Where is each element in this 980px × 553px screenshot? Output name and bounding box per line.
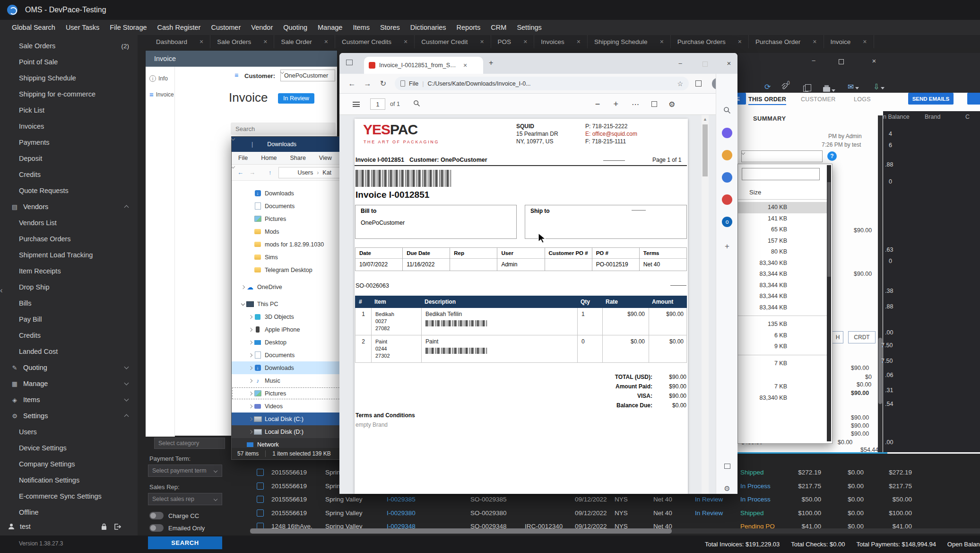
list-item[interactable]: 83,344 KB: [738, 302, 827, 314]
tab-close-icon[interactable]: [813, 38, 816, 45]
zoom-out-icon[interactable]: −: [595, 99, 600, 109]
tree-chevron-icon[interactable]: [248, 255, 253, 260]
attachment-icon[interactable]: [781, 83, 788, 92]
menu-item[interactable]: Stores: [375, 20, 405, 35]
send-emails-button[interactable]: SEND EMAILS: [908, 93, 954, 105]
app-tab[interactable]: Customer Credit: [415, 35, 491, 48]
search-icon[interactable]: [722, 105, 732, 115]
tree-chevron-icon[interactable]: [248, 229, 253, 234]
app-tab[interactable]: Invoices: [534, 35, 588, 48]
list-item[interactable]: 7 KB: [738, 381, 827, 393]
chevron-down-icon[interactable]: [259, 171, 263, 175]
list-item[interactable]: 9 KB: [738, 341, 827, 352]
menu-item[interactable]: Settings: [512, 20, 546, 35]
tree-chevron-icon[interactable]: [248, 340, 253, 345]
zoom-in-icon[interactable]: +: [613, 99, 618, 109]
size-column-header[interactable]: Size: [749, 189, 761, 196]
close-icon[interactable]: [869, 57, 879, 65]
games-icon[interactable]: [722, 194, 732, 205]
sidebar-item[interactable]: Pay Bill: [0, 311, 138, 327]
tree-chevron-icon[interactable]: [248, 404, 253, 409]
tab-actions-icon[interactable]: [346, 60, 353, 65]
attachment-search-input[interactable]: [742, 168, 820, 180]
charge-cc-toggle[interactable]: [149, 512, 164, 519]
panel-layout-icon[interactable]: [722, 461, 732, 471]
list-item[interactable]: 83,344 KB: [738, 280, 827, 291]
close-icon[interactable]: [724, 59, 734, 67]
sidebar-item[interactable]: Payments: [0, 134, 138, 150]
tab-close-icon[interactable]: [199, 38, 203, 45]
sidebar-item[interactable]: Settings: [0, 408, 138, 424]
maximize-icon[interactable]: [700, 61, 710, 68]
sidebar-item[interactable]: Users: [0, 424, 138, 440]
sidebar-item[interactable]: Shipping Schedule: [0, 70, 138, 86]
tree-chevron-icon[interactable]: [248, 268, 253, 272]
vertical-scrollbar[interactable]: [878, 115, 883, 452]
list-item[interactable]: 7 KB: [738, 358, 827, 369]
pdf-scrollbar[interactable]: ▲: [702, 115, 709, 494]
menu-item[interactable]: Items: [347, 20, 374, 35]
list-item[interactable]: 135 KB: [738, 319, 827, 330]
new-tab-icon[interactable]: +: [489, 59, 493, 67]
breadcrumb[interactable]: Users: [298, 169, 313, 176]
menu-item[interactable]: CRM: [486, 20, 512, 35]
detail-tab[interactable]: CUSTOMER: [801, 96, 836, 103]
tree-chevron-icon[interactable]: [248, 378, 253, 383]
export-icon[interactable]: ⇩: [873, 82, 885, 91]
list-item[interactable]: [738, 369, 827, 381]
sidebar-item[interactable]: Device Settings: [0, 440, 138, 456]
tree-chevron-icon[interactable]: [248, 353, 253, 358]
settings-gear-icon[interactable]: ⚙: [668, 100, 675, 109]
back-icon[interactable]: ←: [344, 79, 360, 88]
list-item[interactable]: 83,344 KB: [738, 269, 827, 280]
menu-item[interactable]: File Storage: [104, 20, 152, 35]
tree-chevron-icon[interactable]: [248, 327, 253, 332]
menu-item[interactable]: Customer: [206, 20, 246, 35]
address-bar[interactable]: File | C:/Users/Kate/Downloads/Invoice_I…: [395, 77, 689, 90]
cell-invoice-link[interactable]: I-0029385: [387, 496, 416, 503]
ribbon-tab[interactable]: View: [312, 152, 338, 165]
fit-page-icon[interactable]: [651, 101, 657, 107]
list-item[interactable]: 83,340 KB: [738, 258, 827, 269]
menu-item[interactable]: Cash Register: [152, 20, 206, 35]
tree-chevron-icon[interactable]: [248, 204, 253, 209]
tab-close-icon[interactable]: [324, 38, 328, 45]
app-tab[interactable]: POS: [491, 35, 535, 48]
sidebar-item[interactable]: Notification Settings: [0, 472, 138, 488]
copilot-icon[interactable]: [722, 128, 732, 138]
detail-tab[interactable]: LOGS: [854, 96, 871, 103]
lock-icon[interactable]: [101, 523, 107, 530]
page-number-input[interactable]: 1: [370, 98, 385, 110]
sidebar-item[interactable]: Quote Requests: [0, 183, 138, 199]
ribbon-tab[interactable]: Share: [284, 152, 312, 165]
app-tab[interactable]: Purchase Order: [749, 35, 824, 48]
tab-close-icon[interactable]: [523, 38, 527, 45]
sidebar-item[interactable]: Shipping for e-commerce: [0, 86, 138, 102]
tab-close-icon[interactable]: [263, 38, 267, 45]
table-row[interactable]: 2015556619 Spring Valley I-0029385 SO-00…: [250, 493, 980, 507]
reload-icon[interactable]: ↻: [375, 79, 391, 88]
add-icon[interactable]: +: [722, 241, 732, 252]
tree-chevron-icon[interactable]: [248, 315, 253, 319]
cut-off-button[interactable]: [967, 93, 980, 105]
settings-gear-icon[interactable]: ⚙: [722, 483, 732, 494]
pdf-scroll-thumb[interactable]: [702, 124, 708, 176]
search-button[interactable]: SEARCH: [148, 536, 222, 549]
tree-chevron-icon[interactable]: [248, 430, 253, 434]
row-checkbox[interactable]: [257, 469, 264, 476]
nav-item-invoice[interactable]: ≡ Invoice: [149, 90, 174, 98]
sidebar-item[interactable]: Credits: [0, 327, 138, 343]
list-item[interactable]: 83,340 KB: [738, 393, 827, 404]
sidebar-item[interactable]: Drop Ship: [0, 279, 138, 295]
scroll-up-icon[interactable]: ▲: [703, 117, 707, 122]
tab-close-icon[interactable]: [577, 38, 581, 45]
sidebar-item[interactable]: Vendors List: [0, 215, 138, 231]
chevron-down-icon[interactable]: [257, 142, 260, 146]
category-select[interactable]: Select category: [154, 438, 225, 449]
people-icon[interactable]: [722, 172, 732, 183]
menu-item[interactable]: Manage: [312, 20, 347, 35]
menu-item[interactable]: Dictionaries: [405, 20, 451, 35]
help-icon[interactable]: ?: [827, 151, 837, 161]
email-icon[interactable]: ✉: [848, 82, 859, 91]
up-icon[interactable]: ↑: [269, 169, 272, 176]
